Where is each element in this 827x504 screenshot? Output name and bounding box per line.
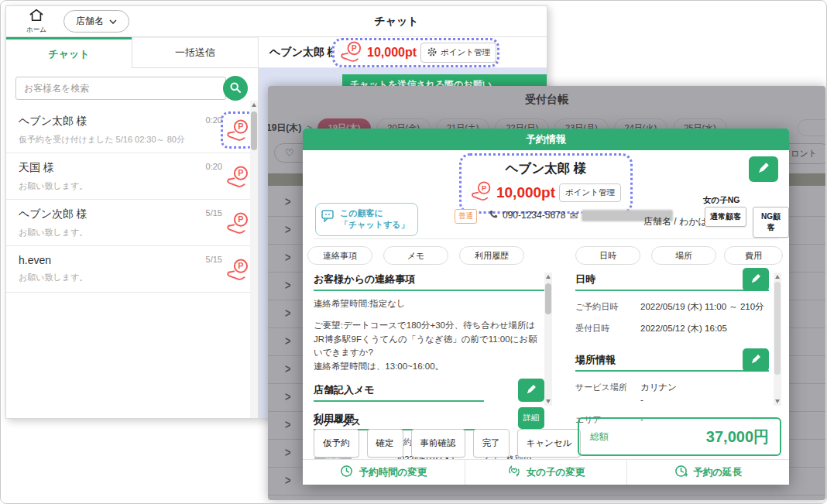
- phone-icon: [489, 208, 499, 222]
- scroll-down-icon[interactable]: [546, 399, 551, 403]
- list-item[interactable]: ヘブン太郎 様 0:20 仮予約を受け付けました 5/16 02:30～ 80分…: [6, 107, 258, 153]
- store-staff-label: 店舗名 / わかば: [643, 215, 708, 228]
- home-button[interactable]: ホーム: [26, 8, 46, 35]
- extend-reservation-button[interactable]: 予約の延長: [626, 460, 789, 485]
- customer-phone[interactable]: 090-1234-5678: [503, 210, 565, 221]
- chat-list: ヘブン太郎 様 0:20 仮予約を受け付けました 5/16 02:30～ 80分…: [6, 107, 258, 293]
- message-preview: お願い致します。: [19, 180, 219, 192]
- edit-datetime-button[interactable]: [743, 268, 769, 291]
- history-detail-button[interactable]: 詳細: [518, 407, 544, 429]
- timestamp: 5/15: [206, 208, 222, 218]
- tab-chat[interactable]: チャット: [6, 37, 132, 68]
- status-button-confirmed[interactable]: 確定: [367, 429, 403, 458]
- label-received-datetime: 受付日時: [575, 323, 640, 334]
- tab-contact-notes[interactable]: 連絡事項: [307, 246, 372, 265]
- customer-rank-badge: 普通: [455, 209, 477, 224]
- search-button[interactable]: [223, 76, 248, 101]
- section-heading-datetime: 日時: [575, 273, 769, 291]
- edit-place-button[interactable]: [743, 348, 769, 372]
- point-icon: P: [340, 40, 363, 66]
- point-icon: P: [226, 165, 250, 191]
- normal-customer-button[interactable]: 通常顧客: [705, 207, 746, 227]
- scroll-down-icon[interactable]: [775, 399, 780, 403]
- status-button-provisional[interactable]: 仮予約: [314, 429, 359, 458]
- scroll-up-icon[interactable]: [546, 275, 551, 279]
- message-preview: 仮予約を受け付けました 5/16 02:30～ 80分: [19, 134, 219, 146]
- label-service-place: サービス場所: [575, 382, 640, 393]
- store-selector-label: 店舗名: [76, 15, 104, 28]
- pencil-icon: [757, 162, 770, 177]
- screenshot-canvas: ホーム 店舗名 チャット チャット 一括送信: [0, 0, 827, 504]
- section-heading-place: 場所情報: [575, 353, 769, 372]
- section-heading-memo: 店舗記入メモ: [314, 383, 484, 402]
- points-manage-button[interactable]: ポイント管理: [559, 183, 621, 202]
- tab-memo[interactable]: メモ: [383, 246, 448, 265]
- sidebar-scrollbar[interactable]: [250, 101, 258, 418]
- section-heading-contact: お客様からの連絡事項: [314, 273, 544, 291]
- tab-bulk-send[interactable]: 一括送信: [132, 37, 258, 68]
- points-manage-button[interactable]: ポイント管理: [420, 43, 496, 63]
- scroll-up-icon[interactable]: [252, 103, 256, 107]
- list-item[interactable]: 天国 様 0:20 お願い致します。 P: [6, 153, 258, 200]
- search-input[interactable]: [15, 77, 226, 100]
- store-selector[interactable]: 店舗名: [63, 10, 129, 33]
- extend-label: 予約の延長: [693, 466, 742, 479]
- tab-place[interactable]: 場所: [651, 246, 716, 265]
- sidebar-tabs: チャット 一括送信: [6, 37, 258, 68]
- status-section-label: ステータス: [314, 416, 361, 429]
- status-button-cancel[interactable]: キャンセル: [517, 429, 582, 458]
- chat-button-line1: この顧客に: [340, 208, 383, 218]
- home-icon: [28, 8, 45, 25]
- ng-customer-button[interactable]: NG顧客: [753, 207, 789, 238]
- status-button-precheck[interactable]: 事前確認: [411, 429, 465, 458]
- value-service-place: カリナン: [640, 382, 677, 393]
- modal-footer: 予約時間の変更 女の子の変更 予約の延長: [303, 459, 789, 485]
- clock-plus-icon: [674, 465, 688, 480]
- pencil-icon: [750, 273, 761, 286]
- right-column-scrollbar[interactable]: [774, 273, 781, 406]
- home-label: ホーム: [26, 26, 46, 35]
- svg-text:P: P: [238, 261, 243, 270]
- value-received-datetime: 2022/05/12 (木) 16:05: [640, 323, 727, 334]
- tab-cost[interactable]: 費用: [724, 246, 783, 265]
- chevron-down-icon: [109, 16, 117, 27]
- search-icon: [229, 81, 242, 96]
- list-item[interactable]: h.even 5/15 お願い致します。 P: [6, 246, 258, 293]
- reception-ledger-window: 受付台帳 5/19日(木) > 19日(木) 20日(金) 21日(土) 22日…: [268, 86, 825, 500]
- tab-datetime[interactable]: 日時: [575, 246, 640, 265]
- status-buttons: 仮予約 確定 事前確認 完了 キャンセル: [314, 429, 581, 458]
- chat-with-customer-button[interactable]: この顧客に 「チャットする」: [315, 203, 418, 236]
- change-time-label: 予約時間の変更: [359, 466, 427, 479]
- change-girl-button[interactable]: 女の子の変更: [465, 460, 627, 485]
- customer-highlight-box: ヘブン太郎 様 P 10,000pt ポイント管理: [459, 153, 633, 214]
- label-reserve-datetime: ご予約日時: [575, 301, 640, 313]
- svg-text:P: P: [238, 214, 243, 224]
- page-title: チャット: [319, 15, 474, 29]
- tab-usage-history[interactable]: 利用履歴: [459, 246, 524, 265]
- contact-line2: ご要望:デートコースで180分+30分、待ち合わせ場所はJR博多駅9Fくうてんの…: [314, 319, 544, 360]
- chat-customer-name: ヘブン太郎 様: [269, 46, 338, 60]
- envelope-icon: ✉: [569, 210, 578, 221]
- svg-text:P: P: [482, 183, 487, 192]
- modal-title: 予約情報: [303, 129, 789, 150]
- scrollbar-thumb[interactable]: [545, 283, 551, 314]
- scrollbar-thumb[interactable]: [774, 282, 781, 375]
- points-highlight-box: P 10,000pt ポイント管理: [332, 38, 499, 67]
- scrollbar-thumb[interactable]: [251, 111, 257, 150]
- memo-heading-label: 店舗記入メモ: [314, 384, 375, 396]
- scroll-up-icon[interactable]: [775, 275, 780, 279]
- change-reservation-time-button[interactable]: 予約時間の変更: [303, 460, 465, 485]
- datetime-column: 日時 ご予約日時2022/05/19 (木) 11:00 ～ 210分 受付日時…: [575, 273, 769, 426]
- edit-memo-button[interactable]: [518, 379, 544, 402]
- customer-name: ヘブン太郎 様: [19, 115, 219, 129]
- edit-customer-button[interactable]: [749, 156, 778, 182]
- status-button-done[interactable]: 完了: [473, 429, 510, 458]
- left-column-scrollbar[interactable]: [544, 273, 552, 406]
- timestamp: 0:20: [206, 162, 222, 171]
- points-manage-label: ポイント管理: [441, 47, 490, 58]
- gear-icon: [427, 46, 438, 59]
- chat-sidebar: チャット 一括送信 ヘブン太郎 様 0:20: [6, 37, 259, 418]
- list-item[interactable]: ヘブン次郎 様 5/15 お願い致します。 P: [6, 200, 258, 246]
- timestamp: 5/15: [206, 255, 222, 264]
- message-preview: お願い致します。: [19, 227, 219, 238]
